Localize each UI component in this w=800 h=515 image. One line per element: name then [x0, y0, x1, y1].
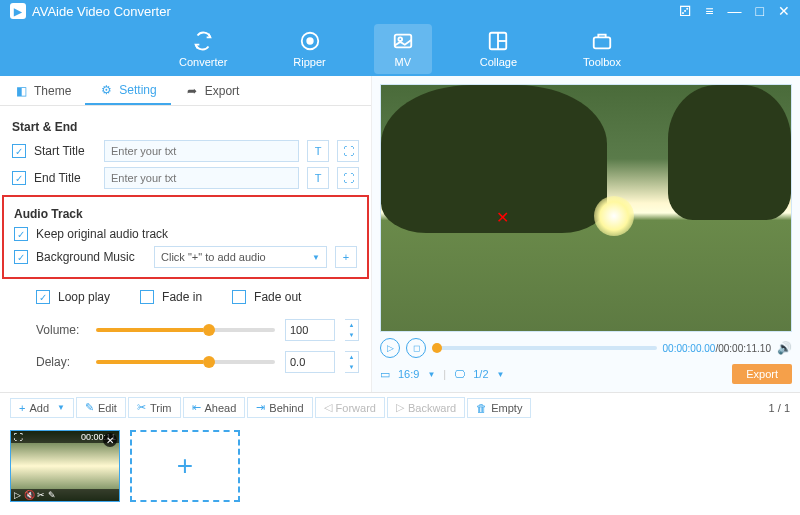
screen-icon: 🖵	[454, 368, 465, 380]
forward-button[interactable]: ◁Forward	[315, 397, 385, 418]
toolbox-icon	[591, 30, 613, 52]
maximize-icon[interactable]: □	[756, 3, 764, 19]
sun-flare	[594, 196, 634, 236]
loop-checkbox[interactable]	[36, 290, 50, 304]
fadeout-checkbox[interactable]	[232, 290, 246, 304]
end-title-input[interactable]	[104, 167, 299, 189]
ripper-icon	[299, 30, 321, 52]
start-title-text-btn[interactable]: T	[307, 140, 329, 162]
app-title: AVAide Video Converter	[32, 4, 171, 19]
timeline: ⛶00:00:11 ✕ ▷ 🔇 ✂ ✎ +	[0, 422, 800, 512]
time-display: 00:00:00.00/00:00:11.10	[663, 343, 771, 354]
keep-original-checkbox[interactable]	[14, 227, 28, 241]
fadein-checkbox[interactable]	[140, 290, 154, 304]
aspect-dropdown-icon[interactable]: ▼	[427, 370, 435, 379]
stop-button[interactable]: ◻	[406, 338, 426, 358]
delay-slider[interactable]	[96, 360, 275, 364]
delay-label: Delay:	[36, 355, 86, 369]
backward-button[interactable]: ▷Backward	[387, 397, 465, 418]
volume-icon[interactable]: 🔊	[777, 341, 792, 355]
audio-track-heading: Audio Track	[14, 207, 357, 221]
end-title-text-btn[interactable]: T	[307, 167, 329, 189]
end-title-expand-btn[interactable]: ⛶	[337, 167, 359, 189]
aspect-icon: ▭	[380, 368, 390, 381]
mv-icon	[392, 30, 414, 52]
app-logo: ▶	[10, 3, 26, 19]
red-marker-icon: ✕	[496, 208, 509, 227]
start-title-input[interactable]	[104, 140, 299, 162]
bottom-toolbar: +Add▼ ✎Edit ✂Trim ⇤Ahead ⇥Behind ◁Forwar…	[0, 392, 800, 422]
add-clip-button[interactable]: +	[130, 430, 240, 502]
edit-button[interactable]: ✎Edit	[76, 397, 126, 418]
nav-toolbox[interactable]: Toolbox	[565, 24, 639, 74]
bg-music-checkbox[interactable]	[14, 250, 28, 264]
nav-converter[interactable]: Converter	[161, 24, 245, 74]
export-icon: ➦	[185, 84, 199, 98]
nav-ripper[interactable]: Ripper	[275, 24, 343, 74]
bg-music-dropdown[interactable]: Click "+" to add audio	[154, 246, 327, 268]
start-title-expand-btn[interactable]: ⛶	[337, 140, 359, 162]
tab-export[interactable]: ➦ Export	[171, 76, 254, 105]
progress-bar[interactable]	[432, 346, 657, 350]
close-icon[interactable]: ✕	[778, 3, 790, 19]
screen-ratio[interactable]: 1/2	[473, 368, 488, 380]
svg-point-3	[398, 37, 402, 41]
tab-setting[interactable]: ⚙ Setting	[85, 76, 170, 105]
theme-icon: ◧	[14, 84, 28, 98]
start-end-heading: Start & End	[12, 120, 359, 134]
bg-music-label: Background Music	[36, 250, 146, 264]
clip-thumbnail[interactable]: ⛶00:00:11 ✕ ▷ 🔇 ✂ ✎	[10, 430, 120, 502]
end-title-label: End Title	[34, 171, 96, 185]
volume-value[interactable]: 100	[285, 319, 335, 341]
titlebar: ▶ AVAide Video Converter ⚂ ≡ — □ ✕	[0, 0, 800, 22]
trim-button[interactable]: ✂Trim	[128, 397, 181, 418]
left-tabs: ◧ Theme ⚙ Setting ➦ Export	[0, 76, 371, 106]
start-title-label: Start Title	[34, 144, 96, 158]
nav-collage[interactable]: Collage	[462, 24, 535, 74]
volume-spinner[interactable]: ▲▼	[345, 319, 359, 341]
keep-original-label: Keep original audio track	[36, 227, 168, 241]
add-button[interactable]: +Add▼	[10, 398, 74, 418]
play-button[interactable]: ▷	[380, 338, 400, 358]
minimize-icon[interactable]: —	[728, 3, 742, 19]
export-button[interactable]: Export	[732, 364, 792, 384]
aspect-ratio[interactable]: 16:9	[398, 368, 419, 380]
setting-icon: ⚙	[99, 83, 113, 97]
add-audio-button[interactable]: +	[335, 246, 357, 268]
menu-icon[interactable]: ≡	[705, 3, 713, 19]
empty-button[interactable]: 🗑Empty	[467, 398, 531, 418]
page-indicator: 1 / 1	[769, 402, 790, 414]
clip-remove-icon[interactable]: ✕	[103, 433, 117, 447]
volume-slider[interactable]	[96, 328, 275, 332]
main-nav: Converter Ripper MV Collage Toolbox	[0, 22, 800, 74]
delay-spinner[interactable]: ▲▼	[345, 351, 359, 373]
nav-mv[interactable]: MV	[374, 24, 432, 74]
converter-icon	[192, 30, 214, 52]
svg-point-1	[307, 38, 313, 44]
tab-theme[interactable]: ◧ Theme	[0, 76, 85, 105]
screen-dropdown-icon[interactable]: ▼	[497, 370, 505, 379]
behind-button[interactable]: ⇥Behind	[247, 397, 312, 418]
end-title-checkbox[interactable]	[12, 171, 26, 185]
collage-icon	[487, 30, 509, 52]
feedback-icon[interactable]: ⚂	[679, 3, 691, 19]
delay-value[interactable]: 0.0	[285, 351, 335, 373]
svg-rect-7	[594, 37, 611, 48]
volume-label: Volume:	[36, 323, 86, 337]
ahead-button[interactable]: ⇤Ahead	[183, 397, 246, 418]
audio-track-highlight: Audio Track Keep original audio track Ba…	[2, 195, 369, 279]
video-preview[interactable]: ✕	[380, 84, 792, 332]
start-title-checkbox[interactable]	[12, 144, 26, 158]
